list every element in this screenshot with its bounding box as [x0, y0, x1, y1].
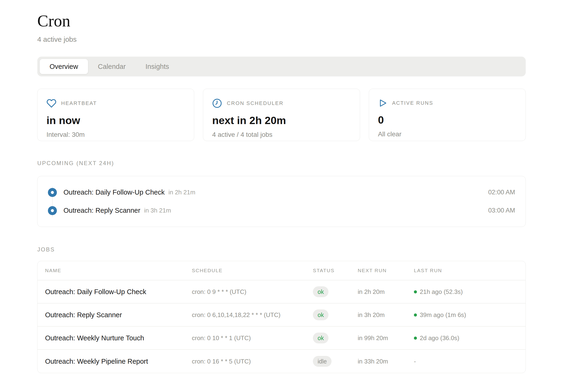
job-schedule: cron: 0 6,10,14,18,22 * * * (UTC): [192, 311, 313, 319]
page-subtitle: 4 active jobs: [37, 35, 526, 43]
play-icon: [378, 98, 387, 108]
heartbeat-card-sub: Interval: 30m: [47, 131, 185, 139]
success-dot-icon: [414, 337, 417, 340]
tab-insights[interactable]: Insights: [136, 59, 179, 74]
active-runs-card: ACTIVE RUNS 0 All clear: [369, 89, 526, 141]
jobs-heading: JOBS: [37, 246, 526, 253]
status-badge: ok: [313, 309, 328, 320]
heart-icon: [47, 98, 56, 108]
job-next-run: in 3h 20m: [358, 311, 414, 319]
job-next-run: in 99h 20m: [358, 334, 414, 342]
status-badge: ok: [313, 333, 328, 343]
job-next-run: in 2h 20m: [358, 288, 414, 296]
heartbeat-card-label: HEARTBEAT: [61, 100, 97, 106]
active-runs-card-value: 0: [378, 114, 516, 126]
column-header-schedule: SCHEDULE: [192, 268, 313, 273]
upcoming-item-time: 03:00 AM: [488, 207, 515, 214]
jobs-table: NAME SCHEDULE STATUS NEXT RUN LAST RUN O…: [37, 261, 526, 373]
upcoming-item-time: 02:00 AM: [488, 189, 515, 196]
cron-scheduler-card-label: CRON SCHEDULER: [227, 100, 283, 106]
upcoming-heading: UPCOMING (NEXT 24H): [37, 160, 526, 166]
table-row[interactable]: Outreach: Daily Follow-Up Check cron: 0 …: [38, 280, 525, 303]
upcoming-panel: Outreach: Daily Follow-Up Check in 2h 21…: [37, 176, 526, 227]
table-row[interactable]: Outreach: Reply Scanner cron: 0 6,10,14,…: [38, 303, 525, 327]
job-schedule: cron: 0 10 * * 1 (UTC): [192, 334, 313, 342]
tab-calendar[interactable]: Calendar: [88, 59, 136, 74]
upcoming-item-relative: in 2h 21m: [168, 189, 195, 196]
column-header-status: STATUS: [313, 268, 358, 273]
tab-bar: Overview Calendar Insights: [37, 57, 526, 76]
job-schedule: cron: 0 16 * * 5 (UTC): [192, 358, 313, 365]
job-next-run: in 33h 20m: [358, 358, 414, 365]
job-last-run: 39m ago (1m 6s): [420, 311, 466, 319]
upcoming-item[interactable]: Outreach: Reply Scanner in 3h 21m 03:00 …: [48, 202, 515, 220]
active-runs-card-label: ACTIVE RUNS: [392, 100, 433, 106]
table-row[interactable]: Outreach: Weekly Nurture Touch cron: 0 1…: [38, 327, 525, 350]
job-last-run: 2d ago (36.0s): [420, 334, 460, 342]
tab-overview[interactable]: Overview: [40, 59, 88, 74]
cron-scheduler-card-sub: 4 active / 4 total jobs: [212, 131, 351, 139]
cron-scheduler-card: CRON SCHEDULER next in 2h 20m 4 active /…: [203, 89, 360, 141]
upcoming-item-title: Outreach: Daily Follow-Up Check: [64, 189, 165, 196]
column-header-last-run: LAST RUN: [414, 268, 518, 273]
active-runs-card-sub: All clear: [378, 130, 516, 138]
timeline-bullet-icon: [48, 188, 57, 197]
timeline-bullet-icon: [48, 206, 57, 215]
heartbeat-card-value: in now: [47, 114, 185, 127]
job-name: Outreach: Weekly Pipeline Report: [45, 358, 192, 365]
job-last-run: 21h ago (52.3s): [420, 288, 463, 296]
column-header-name: NAME: [45, 268, 192, 273]
job-name: Outreach: Weekly Nurture Touch: [45, 334, 192, 342]
status-badge: ok: [313, 286, 328, 297]
column-header-next-run: NEXT RUN: [358, 268, 414, 273]
page: Cron 4 active jobs Overview Calendar Ins…: [0, 0, 563, 373]
heartbeat-card: HEARTBEAT in now Interval: 30m: [37, 89, 194, 141]
page-title: Cron: [37, 13, 526, 29]
upcoming-item-relative: in 3h 21m: [144, 207, 171, 214]
upcoming-item-title: Outreach: Reply Scanner: [64, 207, 141, 215]
job-schedule: cron: 0 9 * * * (UTC): [192, 288, 313, 296]
jobs-table-header: NAME SCHEDULE STATUS NEXT RUN LAST RUN: [38, 261, 525, 280]
success-dot-icon: [414, 314, 417, 316]
job-name: Outreach: Daily Follow-Up Check: [45, 288, 192, 296]
table-row[interactable]: Outreach: Weekly Pipeline Report cron: 0…: [38, 350, 525, 373]
success-dot-icon: [414, 290, 417, 293]
upcoming-item[interactable]: Outreach: Daily Follow-Up Check in 2h 21…: [48, 183, 515, 202]
cron-scheduler-card-value: next in 2h 20m: [212, 114, 351, 127]
stat-cards: HEARTBEAT in now Interval: 30m CRON SCHE…: [37, 89, 526, 141]
job-name: Outreach: Reply Scanner: [45, 311, 192, 319]
clock-icon: [212, 98, 222, 108]
job-last-run: -: [414, 358, 416, 365]
status-badge: idle: [313, 356, 332, 367]
